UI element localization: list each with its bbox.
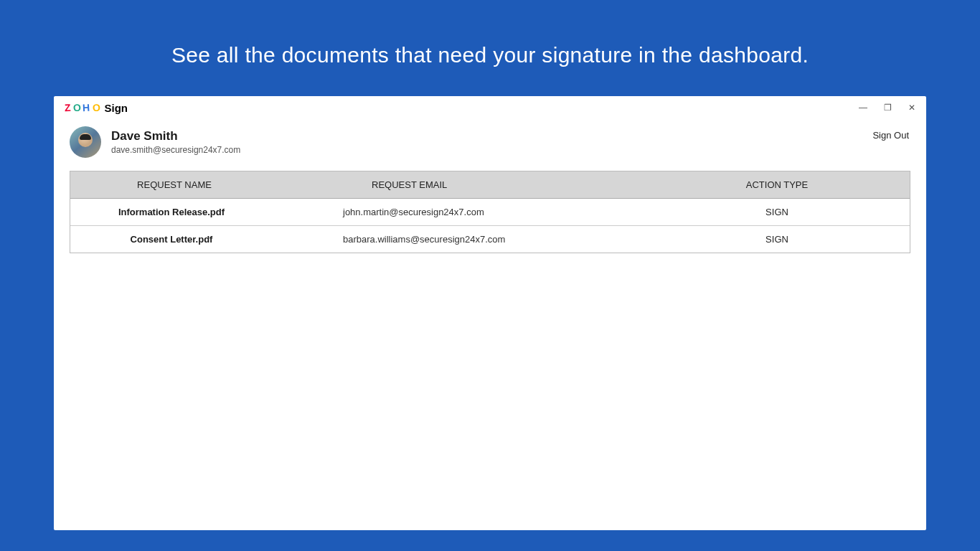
header-row: Dave Smith dave.smith@securesign24x7.com… bbox=[54, 119, 926, 171]
table-row[interactable]: Information Release.pdf john.martin@secu… bbox=[70, 199, 910, 226]
col-header-request-name: REQUEST NAME bbox=[70, 171, 278, 198]
cell-action-type: SIGN bbox=[644, 199, 910, 225]
col-header-action-type: ACTION TYPE bbox=[644, 171, 910, 198]
maximize-icon[interactable]: ❐ bbox=[882, 102, 893, 113]
signout-link[interactable]: Sign Out bbox=[872, 130, 909, 141]
app-logo: Z O H O Sign bbox=[64, 102, 128, 114]
table-row[interactable]: Consent Letter.pdf barbara.williams@secu… bbox=[70, 226, 910, 253]
titlebar: Z O H O Sign — ❐ ✕ bbox=[54, 96, 926, 119]
cell-action-type: SIGN bbox=[644, 226, 910, 253]
logo-letter-h: H bbox=[82, 102, 91, 114]
requests-table: REQUEST NAME REQUEST EMAIL ACTION TYPE I… bbox=[70, 171, 910, 253]
cell-request-email: john.martin@securesign24x7.com bbox=[278, 199, 644, 225]
cell-request-email: barbara.williams@securesign24x7.com bbox=[278, 226, 644, 253]
logo-letter-z: Z bbox=[64, 102, 72, 114]
close-icon[interactable]: ✕ bbox=[906, 102, 918, 113]
logo-letter-o1: O bbox=[72, 102, 82, 114]
minimize-icon[interactable]: — bbox=[857, 102, 869, 113]
user-block: Dave Smith dave.smith@securesign24x7.com bbox=[70, 126, 240, 158]
app-window: Z O H O Sign — ❐ ✕ Dave Smith dave.smith… bbox=[54, 96, 926, 530]
logo-letter-o2: O bbox=[91, 102, 101, 114]
table-header-row: REQUEST NAME REQUEST EMAIL ACTION TYPE bbox=[70, 171, 910, 199]
zoho-logo-icon: Z O H O bbox=[64, 102, 100, 113]
avatar bbox=[70, 126, 101, 158]
window-controls: — ❐ ✕ bbox=[857, 102, 918, 113]
col-header-request-email: REQUEST EMAIL bbox=[278, 171, 644, 198]
user-name: Dave Smith bbox=[111, 129, 240, 143]
cell-request-name: Information Release.pdf bbox=[70, 199, 278, 225]
app-name: Sign bbox=[104, 102, 128, 114]
user-text: Dave Smith dave.smith@securesign24x7.com bbox=[111, 129, 240, 155]
page-heading: See all the documents that need your sig… bbox=[0, 0, 980, 96]
user-email: dave.smith@securesign24x7.com bbox=[111, 145, 240, 155]
cell-request-name: Consent Letter.pdf bbox=[70, 226, 278, 253]
